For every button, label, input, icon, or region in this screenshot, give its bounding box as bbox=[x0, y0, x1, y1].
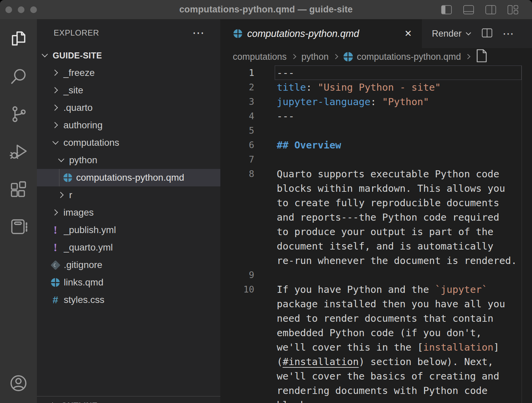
editor-more-actions-icon[interactable]: ⋯ bbox=[502, 30, 514, 37]
code-text: title: "Using Python - site" bbox=[254, 82, 441, 93]
tab-computations-python[interactable]: computations-python.qmd ✕ bbox=[221, 19, 422, 48]
tree-item-r[interactable]: r bbox=[37, 186, 220, 204]
toggle-secondary-sidebar-icon[interactable] bbox=[485, 5, 496, 14]
tree-item--quarto-yml[interactable]: !_quarto.yml bbox=[37, 239, 220, 256]
code-line[interactable]: 3jupyter-language: "Python" bbox=[221, 94, 532, 109]
chevron-down-icon bbox=[466, 31, 472, 37]
code-line[interactable]: 8Quarto supports executable Python code bbox=[221, 167, 532, 181]
code-line[interactable]: 9 bbox=[221, 268, 532, 282]
code-line[interactable]: we'll cover this in the [installation] bbox=[221, 340, 532, 354]
tree-item-links-qmd[interactable]: links.qmd bbox=[37, 274, 220, 291]
quarto-logo-icon bbox=[51, 278, 60, 287]
tree-item--gitignore[interactable]: .gitignore bbox=[37, 256, 220, 274]
explorer-icon[interactable] bbox=[9, 29, 28, 49]
account-icon[interactable] bbox=[9, 373, 28, 393]
indent-guide bbox=[59, 169, 59, 186]
chevron-right-icon bbox=[52, 69, 59, 77]
line-number: 4 bbox=[221, 111, 254, 121]
tree-item-computations[interactable]: computations bbox=[37, 134, 220, 151]
render-button[interactable]: Render bbox=[432, 29, 472, 39]
tree-item--freeze[interactable]: _freeze bbox=[37, 64, 220, 82]
code-line[interactable]: blocks. bbox=[221, 398, 532, 403]
tree-item-styles-css[interactable]: #styles.css bbox=[37, 291, 220, 309]
code-line[interactable]: package installed then you have all you bbox=[221, 297, 532, 311]
code-line[interactable]: need to render documents that contain bbox=[221, 311, 532, 325]
tree-item-computations-python-qmd[interactable]: computations-python.qmd bbox=[37, 169, 220, 186]
tree-item-label: links.qmd bbox=[64, 277, 103, 288]
code-line[interactable]: 6## Overview bbox=[221, 138, 532, 152]
toggle-primary-sidebar-icon[interactable] bbox=[441, 5, 452, 14]
git-diamond-icon bbox=[50, 260, 60, 270]
quarto-file-icon bbox=[50, 277, 60, 287]
quarto-file-icon bbox=[233, 29, 242, 38]
code-line[interactable]: to produce your output is part of the bbox=[221, 224, 532, 239]
breadcrumb-item[interactable]: computations-python.qmd bbox=[357, 52, 461, 62]
extensions-icon[interactable] bbox=[9, 180, 28, 199]
code-line[interactable]: document itself, and is automatically bbox=[221, 239, 532, 253]
tab-bar: computations-python.qmd ✕ Render ⋯ bbox=[221, 19, 532, 48]
tree-item-guide-site[interactable]: GUIDE-SITE bbox=[37, 47, 220, 64]
code-line[interactable]: 1--- bbox=[221, 65, 532, 80]
split-editor-icon[interactable] bbox=[482, 28, 492, 39]
search-icon[interactable] bbox=[9, 67, 28, 86]
code-text: need to render documents that contain bbox=[254, 313, 493, 324]
code-editor[interactable]: 1---2title: "Using Python - site"3jupyte… bbox=[221, 65, 532, 403]
tree-item-label: authoring bbox=[63, 120, 103, 131]
line-number: 6 bbox=[221, 140, 254, 150]
source-control-icon[interactable] bbox=[9, 104, 28, 124]
tree-item-python[interactable]: python bbox=[37, 151, 220, 169]
code-text: re-run whenever the document is rendered… bbox=[254, 255, 517, 266]
code-line[interactable]: 2title: "Using Python - site" bbox=[221, 80, 532, 94]
tree-item-images[interactable]: images bbox=[37, 204, 220, 221]
code-text: document itself, and is automatically bbox=[254, 240, 493, 252]
activity-bar bbox=[0, 19, 37, 403]
tree-item--quarto[interactable]: .quarto bbox=[37, 99, 220, 117]
breadcrumb-item[interactable]: python bbox=[302, 52, 329, 62]
explorer-more-actions-icon[interactable]: ⋯ bbox=[192, 30, 204, 36]
explorer-sidebar: EXPLORER ⋯ GUIDE-SITE_freeze_site.quarto… bbox=[37, 19, 220, 403]
tree-item-label: _publish.yml bbox=[64, 225, 116, 235]
code-text: to create fully reproducible documents bbox=[254, 197, 499, 209]
render-label: Render bbox=[432, 29, 462, 39]
tree-item-label: _freeze bbox=[63, 68, 95, 78]
code-text: --- bbox=[254, 110, 294, 122]
code-line[interactable]: 4--- bbox=[221, 109, 532, 123]
code-text: we'll cover this in the [installation] bbox=[254, 342, 499, 353]
close-tab-icon[interactable]: ✕ bbox=[403, 28, 413, 40]
code-text: If you have Python and the `jupyter` bbox=[254, 284, 488, 295]
tab-label: computations-python.qmd bbox=[247, 28, 359, 39]
vscode-window: computations-python.qmd — guide-site bbox=[0, 0, 532, 403]
code-line[interactable]: we'll cover the basics of creating and bbox=[221, 369, 532, 383]
tree-item-label: styles.css bbox=[64, 295, 104, 305]
code-text: Quarto supports executable Python code bbox=[254, 168, 499, 180]
code-text: ## Overview bbox=[254, 139, 341, 151]
code-line[interactable]: re-run whenever the document is rendered… bbox=[221, 253, 532, 268]
code-line[interactable]: rendering documents with Python code bbox=[221, 383, 532, 398]
toggle-panel-icon[interactable] bbox=[463, 5, 474, 14]
code-line[interactable]: 10If you have Python and the `jupyter` bbox=[221, 282, 532, 297]
tree-item--site[interactable]: _site bbox=[37, 82, 220, 99]
code-text: to produce your output is part of the bbox=[254, 226, 493, 237]
notebook-icon[interactable] bbox=[9, 217, 28, 237]
quarto-file-icon bbox=[63, 173, 73, 183]
code-line[interactable]: embedded Python code (if you don't, bbox=[221, 325, 532, 340]
tree-item-label: python bbox=[69, 155, 97, 166]
breadcrumb-item[interactable]: computations bbox=[233, 52, 287, 62]
tree-item--publish-yml[interactable]: !_publish.yml bbox=[37, 221, 220, 239]
code-line[interactable]: blocks within markdown. This allows you bbox=[221, 181, 532, 195]
file-tree: GUIDE-SITE_freeze_site.quartoauthoringco… bbox=[37, 47, 220, 309]
chevron-right-icon bbox=[52, 209, 59, 216]
tree-item-label: .quarto bbox=[63, 102, 93, 113]
code-line[interactable]: and reports---the Python code required bbox=[221, 210, 532, 224]
outline-section[interactable]: OUTLINE bbox=[37, 396, 220, 403]
customize-layout-icon[interactable] bbox=[507, 5, 519, 14]
tree-item-authoring[interactable]: authoring bbox=[37, 117, 220, 134]
run-debug-icon[interactable] bbox=[9, 142, 28, 162]
code-line[interactable]: 7 bbox=[221, 152, 532, 167]
code-line[interactable]: 5 bbox=[221, 123, 532, 138]
editor-group: computations-python.qmd ✕ Render ⋯ bbox=[220, 19, 532, 403]
code-line[interactable]: to create fully reproducible documents bbox=[221, 195, 532, 210]
code-line[interactable]: (#installation) section below). Next, bbox=[221, 354, 532, 369]
tree-item-label: _quarto.yml bbox=[64, 242, 113, 253]
chevron-down-icon bbox=[52, 139, 59, 146]
